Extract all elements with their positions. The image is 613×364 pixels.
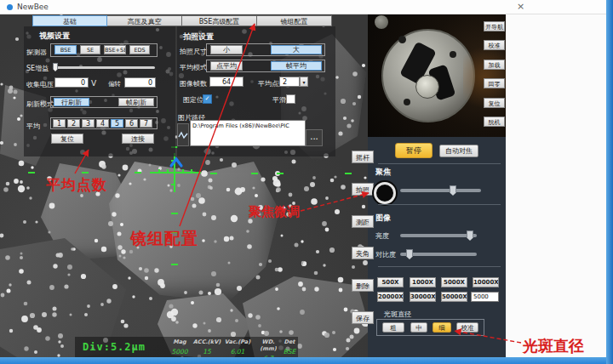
mag-50000x-button[interactable]: 50000X [441, 292, 467, 302]
autofocus-button[interactable]: 自动对焦 [439, 145, 478, 157]
spot-medium-button[interactable]: 中 [410, 322, 427, 333]
browse-button[interactable]: ... [306, 129, 323, 146]
avg-mode-label: 平均模式 [180, 63, 207, 72]
titlebar [0, 0, 606, 14]
mag-10000x-button[interactable]: 10000X [473, 277, 499, 287]
average-7-button[interactable]: 7 [140, 119, 152, 128]
joystick-button[interactable]: 摇杆 [352, 151, 374, 163]
return-zero-button[interactable]: 回零 [484, 78, 505, 88]
refresh-frame-button[interactable]: 帧刷新 [118, 98, 154, 106]
close-button[interactable]: × [517, 1, 524, 12]
ruler-dash [171, 264, 178, 265]
refresh-row-button[interactable]: 行刷新 [54, 98, 89, 106]
mag-1000x-button[interactable]: 1000X [410, 277, 436, 287]
measure-angle-button[interactable]: 夹角 [352, 247, 374, 259]
average-3-button[interactable]: 3 [82, 119, 95, 128]
window-border-bottom [0, 357, 606, 364]
spot-coarse-button[interactable]: 粗 [382, 322, 404, 333]
average-4-button[interactable]: 4 [96, 119, 109, 128]
focus-slider[interactable] [400, 189, 481, 192]
ruler-dash [28, 172, 35, 173]
window-title: NewBee [17, 3, 49, 11]
image-section-label: 图像 [375, 213, 391, 224]
status-bar: Div:5.2μm Mag 5000 ACC.(kV) 15 Vac.(Pa) … [75, 337, 298, 357]
path-tool-button[interactable] [177, 123, 189, 146]
se-gain-slider-thumb[interactable] [53, 63, 58, 71]
avg-points-dropdown-arrow[interactable]: ▾ [300, 77, 308, 87]
focus-label: 聚焦 [375, 167, 391, 178]
load-button[interactable]: 加载 [484, 60, 505, 70]
status-col-vac: Vac.(Pa) 6.01 [223, 338, 252, 355]
detector-bse-button[interactable]: BSE [54, 45, 77, 54]
desktop-background [506, 0, 606, 357]
connect-button[interactable]: 连接 [122, 134, 154, 144]
calibrate-button[interactable]: 校准 [484, 40, 505, 50]
mag-5000x-button[interactable]: 5000X [441, 277, 467, 287]
reset-button[interactable]: 复位 [51, 134, 83, 144]
frames-label: 图像帧数 [180, 79, 207, 88]
collect-voltage-input[interactable]: 0 [54, 77, 89, 88]
voltage-unit-label: V [91, 79, 96, 88]
status-col-mag: Mag 5000 [169, 338, 191, 355]
tab-basic[interactable]: 基础 [32, 15, 107, 26]
se-gain-slider[interactable] [53, 66, 155, 69]
locate-checkbox[interactable]: ✓ [203, 94, 212, 104]
spot-fine-button[interactable]: 细 [433, 322, 451, 333]
window-border-right [606, 0, 613, 364]
size-large-button[interactable]: 大 [271, 45, 322, 54]
tab-bse-advanced[interactable]: BSE高级配置 [182, 15, 257, 26]
tab-lens-config[interactable]: 镜组配置 [257, 15, 332, 26]
average-2-button[interactable]: 2 [67, 119, 80, 128]
frame-average-button[interactable]: 帧平均 [271, 61, 322, 71]
average-1-button[interactable]: 1 [53, 119, 66, 128]
detector-eds-button[interactable]: EDS [129, 45, 150, 54]
focus-knob[interactable] [374, 182, 396, 204]
wave-icon [178, 131, 188, 139]
average-5-button[interactable]: 5 [111, 119, 123, 128]
se-gain-label: SE增益 [26, 64, 49, 73]
divider [378, 163, 501, 164]
mag-500x-button[interactable]: 500X [377, 277, 404, 287]
crosshair-tick [167, 169, 169, 173]
tab-hv-vacuum[interactable]: 高压及真空 [107, 15, 182, 26]
status-value: 15 [192, 348, 221, 355]
open-navigation-button[interactable]: 开导航 [484, 21, 505, 31]
mag-20000x-button[interactable]: 20000X [377, 292, 404, 302]
delete-button[interactable]: 删除 [352, 279, 374, 292]
detector-bse-se-button[interactable]: BSE+SE [104, 45, 126, 54]
mag-30000x-button[interactable]: 30000X [410, 292, 436, 302]
ruler-dash [210, 173, 217, 174]
status-value: 6.01 [223, 348, 252, 355]
save-button[interactable]: 保存 [352, 311, 374, 324]
camera-sample-stub [415, 75, 439, 99]
status-col-det: Det BSE [281, 338, 298, 355]
camera-corner-bolt [375, 15, 388, 29]
crosshair-tick [171, 184, 175, 185]
locate-label: 图定位 [183, 95, 203, 105]
frames-input[interactable]: 64 [209, 77, 243, 87]
average-6-button[interactable]: 6 [125, 119, 138, 128]
ruler-dash [135, 172, 141, 173]
avg-points-select[interactable]: 2 [279, 77, 300, 87]
tab-bar: 基础 高压及真空 BSE高级配置 镜组配置 [32, 15, 332, 26]
bias-input[interactable]: 0 [124, 77, 156, 88]
snapshot-button[interactable]: 拍照 [352, 183, 374, 196]
point-average-button[interactable]: 点平均 [210, 61, 243, 71]
size-small-button[interactable]: 小 [210, 45, 243, 54]
scale-div-label: Div:5.2μm [83, 341, 146, 353]
detector-se-button[interactable]: SE [80, 45, 100, 54]
reset-stage-button[interactable]: 复位 [484, 98, 505, 108]
brightness-slider[interactable] [400, 234, 477, 237]
smooth-checkbox[interactable] [286, 94, 295, 104]
pause-button[interactable]: 暂停 [395, 143, 433, 158]
spot-calibrate-button[interactable]: 校准 [456, 322, 478, 333]
path-input[interactable]: D:\Program Files (x86)\NewBee\PIC [190, 120, 306, 146]
measure-distance-button[interactable]: 测距 [352, 215, 374, 228]
average-label: 平均 [26, 122, 40, 131]
collapse-chevron-icon[interactable] [169, 156, 184, 168]
status-header: Vac.(Pa) [223, 338, 252, 345]
crosshair-tick [158, 169, 160, 173]
offline-button[interactable]: 脱机 [484, 117, 505, 127]
mag-value-input[interactable]: 5000 [471, 292, 499, 302]
annotation-lens-config: 镜组配置 [130, 228, 198, 250]
